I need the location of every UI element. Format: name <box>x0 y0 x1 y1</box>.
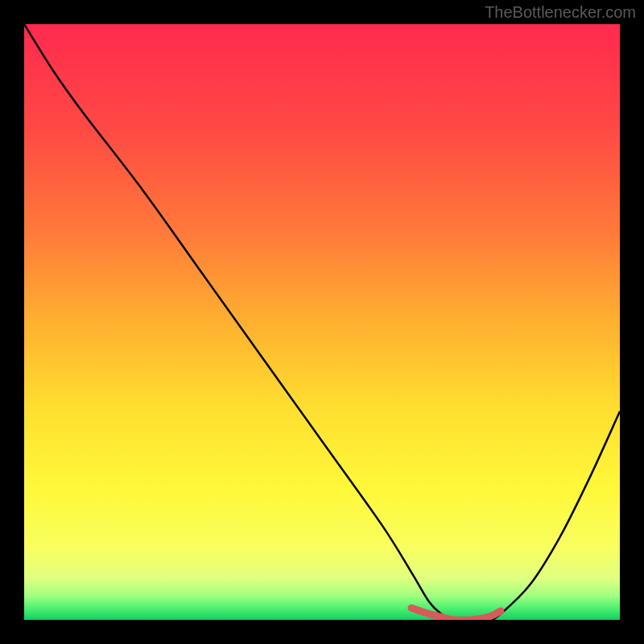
optimal-highlight <box>411 608 501 620</box>
curve-layer <box>24 24 620 620</box>
bottleneck-curve <box>24 24 620 620</box>
watermark-text: TheBottlenecker.com <box>485 3 636 22</box>
chart-plot-area <box>24 24 620 620</box>
